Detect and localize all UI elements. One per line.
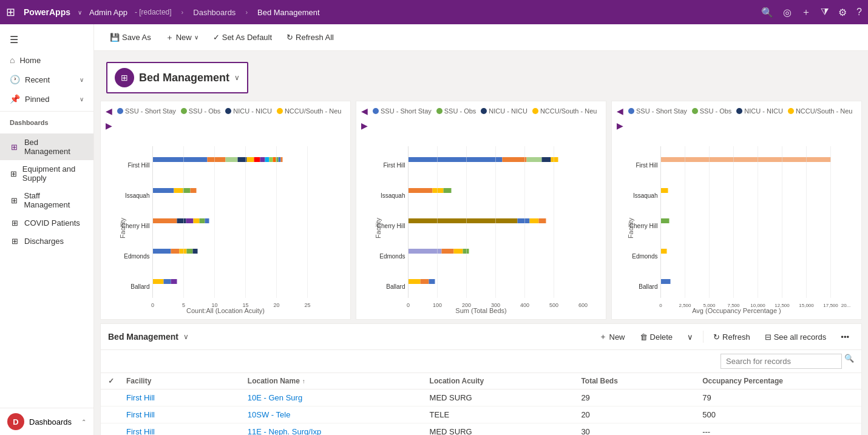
covid-icon: ⊞ [10,218,19,228]
chart2-next[interactable]: ▶ [361,121,368,130]
discharges-icon: ⊞ [10,236,19,246]
settings-icon[interactable]: ⚙ [838,7,847,18]
data-table-chevron[interactable]: ∨ [183,332,189,341]
save-as-button[interactable]: 💾 Save As [104,30,157,45]
sidebar-item-recent[interactable]: 🕐 Recent ∨ [0,70,93,89]
hamburger-icon: ☰ [10,34,18,46]
chart1-prev[interactable]: ◀ [106,106,112,116]
svg-text:Issaquah: Issaquah [633,192,658,199]
row2-location-link[interactable]: 10SW - Tele [248,410,291,419]
help-icon[interactable]: ? [856,7,862,18]
svg-rect-3 [208,157,226,162]
row1-facility-link[interactable]: First Hill [126,393,155,402]
sidebar-bottom-item[interactable]: D Dashboards ⌃ [0,408,93,435]
row3-location-link[interactable]: 11E - Neph. Surg/Ixp [248,427,321,435]
sidebar-item-staff[interactable]: ⊞ Staff Management [0,187,93,214]
data-table-header: Bed Management ∨ ＋ New 🗑 Delete ∨ [101,324,861,350]
dt-refresh-label: Refresh [722,332,750,342]
search-input[interactable] [721,354,842,369]
svg-rect-55 [551,157,558,162]
powerapps-chevron[interactable]: ∨ [78,9,82,16]
sidebar-item-home[interactable]: ⌂ Home [0,50,93,70]
svg-rect-2 [153,157,208,162]
legend3-label4: NCCU/South - Neu [796,107,853,115]
svg-text:600: 600 [578,302,588,308]
dt-more-button[interactable]: ••• [836,330,854,344]
svg-text:20...: 20... [841,303,851,308]
row3-occupancy: --- [702,427,854,435]
chart-occupancy: ◀ SSU - Short Stay SSU - Obs NICU - NICU [611,101,862,320]
sidebar-top: ☰ ⌂ Home 🕐 Recent ∨ 📌 Pinned ∨ Dashboard… [0,24,93,133]
recent-expand-icon: ∨ [80,76,84,83]
save-icon: 💾 [110,33,120,42]
dashboard-chevron-icon[interactable]: ∨ [234,73,240,82]
home-icon: ⌂ [10,55,15,65]
row2-facility-link[interactable]: First Hill [126,410,155,419]
plus-icon[interactable]: ＋ [801,6,811,19]
sidebar-item-discharges[interactable]: ⊞ Discharges [0,232,93,250]
svg-rect-61 [409,218,518,223]
chart3-next[interactable]: ▶ [617,121,623,130]
new-chevron-icon: ∨ [194,34,198,41]
dt-refresh-icon: ↻ [713,332,720,342]
col-location-header[interactable]: Location Name ↑ [248,377,430,385]
search-icon[interactable]: 🔍 [844,354,854,369]
refresh-label: Refresh All [296,33,334,42]
row2-occupancy: 500 [702,410,854,419]
svg-rect-34 [153,279,164,284]
search-icon[interactable]: 🔍 [761,7,773,18]
col-beds-header[interactable]: Total Beds [581,377,702,385]
staff-icon: ⊞ [10,195,19,205]
sort-icon-location: ↑ [302,378,305,385]
dt-new-button[interactable]: ＋ New [594,329,630,345]
svg-text:Ballard: Ballard [131,283,149,290]
dt-delete-button[interactable]: 🗑 Delete [635,330,678,344]
svg-rect-10 [270,157,273,162]
row3-facility-link[interactable]: First Hill [126,427,155,435]
svg-rect-7 [254,157,260,162]
svg-text:Edmonds: Edmonds [632,253,657,260]
waffle-icon[interactable]: ⊞ [6,5,15,19]
refresh-button[interactable]: ↻ Refresh All [280,30,340,45]
col-acuity-header[interactable]: Location Acuity [430,377,581,385]
bed-mgmt-icon: ⊞ [10,142,19,152]
row1-location-link[interactable]: 10E - Gen Surg [248,393,302,402]
dashboard-header: ⊞ Bed Management ∨ [106,62,248,93]
new-button[interactable]: ＋ New ∨ [160,29,205,46]
sidebar-collapse[interactable]: ☰ [0,29,93,50]
table-col-headers: ✓ Facility Location Name ↑ Location Acui… [101,373,861,389]
chart3-prev[interactable]: ◀ [617,106,623,116]
dt-see-all-label: See all records [774,332,827,342]
legend3-label3: NICU - NICU [744,107,783,115]
chart2-prev[interactable]: ◀ [361,106,368,116]
dt-chevron-button[interactable]: ∨ [682,330,698,344]
table-row: First Hill 10E - Gen Surg MED SURG 29 79 [101,389,861,406]
pinned-expand-icon: ∨ [80,96,84,103]
row1-facility: First Hill [126,393,248,402]
breadcrumb-dashboards[interactable]: Dashboards [193,8,236,17]
sidebar-item-pinned[interactable]: 📌 Pinned ∨ [0,89,93,109]
svg-rect-89 [661,157,831,162]
svg-rect-97 [661,279,671,284]
chart1-next[interactable]: ▶ [106,121,112,130]
sidebar-item-covid[interactable]: ⊞ COVID Patients [0,214,93,232]
set-default-button[interactable]: ✓ Set As Default [207,30,278,45]
content-area: 💾 Save As ＋ New ∨ ✓ Set As Default ↻ Ref… [94,24,868,435]
dt-grid-icon: ⊟ [765,332,771,342]
svg-rect-24 [194,218,200,223]
sidebar-item-equipment[interactable]: ⊞ Equipment and Supply [0,160,93,187]
sidebar-item-bed-management[interactable]: ⊞ Bed Management [0,133,93,160]
refresh-icon: ↻ [287,33,293,42]
svg-rect-31 [187,249,193,254]
dt-refresh-button[interactable]: ↻ Refresh [708,330,755,344]
svg-text:First Hill: First Hill [636,162,657,169]
row1-occupancy: 79 [702,393,854,402]
legend-label-nccu: NCCU/South - Neu [285,107,342,115]
top-nav: ⊞ PowerApps ∨ Admin App - [redacted] › D… [0,0,868,24]
filter-icon[interactable]: ⧩ [821,7,829,18]
dt-see-all-button[interactable]: ⊟ See all records [760,330,832,344]
target-icon[interactable]: ◎ [783,7,792,18]
legend2-label2: SSU - Obs [444,107,476,115]
col-facility-header[interactable]: Facility [126,377,248,385]
col-occupancy-header[interactable]: Occupancy Percentage [702,377,854,385]
